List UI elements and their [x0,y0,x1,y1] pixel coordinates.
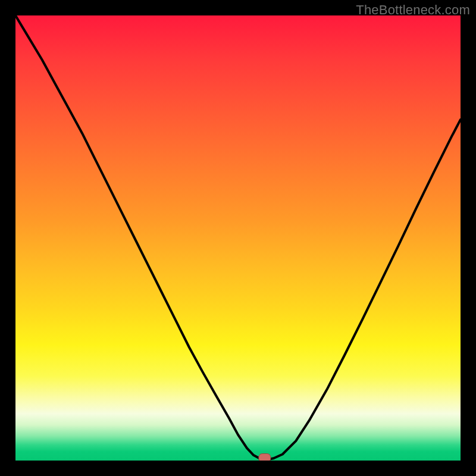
watermark-text: TheBottleneck.com [356,2,470,18]
chart-svg [15,15,461,461]
chart-frame: TheBottleneck.com [0,0,476,476]
bottleneck-curve [15,15,461,460]
optimal-point-marker [259,454,271,461]
